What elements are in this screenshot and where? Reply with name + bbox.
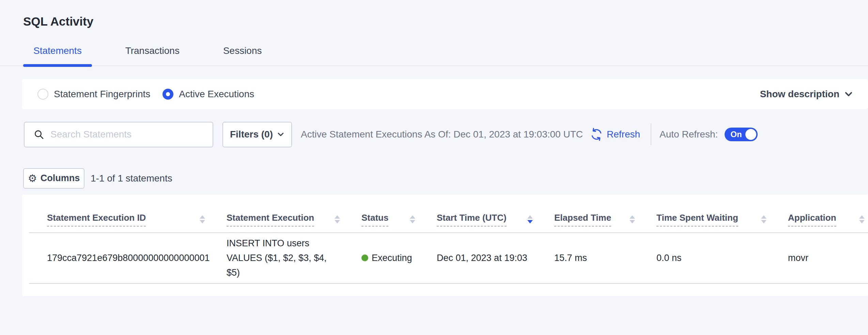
sort-down-arrow: [335, 220, 340, 223]
search-icon: [33, 129, 44, 140]
gear-icon: ⚙: [28, 173, 37, 184]
sort-icon: [200, 215, 205, 223]
cell-time-spent-waiting: 0.0 ns: [638, 233, 770, 283]
radio-selected-icon: [162, 89, 173, 100]
refresh-icon: [590, 128, 603, 141]
column-header-statement-execution-id[interactable]: Statement Execution ID: [29, 194, 208, 233]
radio-label: Statement Fingerprints: [54, 89, 150, 100]
sort-up-arrow: [527, 215, 533, 219]
column-header-start-time[interactable]: Start Time (UTC): [419, 194, 536, 233]
toggle-state-label: On: [730, 130, 742, 139]
active-tab-indicator: [23, 64, 92, 67]
cell-start-time: Dec 01, 2023 at 19:03: [419, 233, 536, 283]
table-row: 179cca7921e679b80000000000000001 INSERT …: [29, 233, 868, 283]
sql-activity-page: SQL Activity Statements Transactions Ses…: [0, 0, 868, 335]
results-count: 1-1 of 1 statements: [91, 173, 172, 184]
search-input-wrapper: [24, 122, 213, 147]
sort-down-arrow: [200, 220, 205, 223]
cell-status: Executing: [343, 233, 419, 283]
column-header-status[interactable]: Status: [343, 194, 419, 233]
sort-up-arrow: [859, 215, 865, 219]
refresh-button[interactable]: Refresh: [590, 128, 640, 141]
tab-label: Sessions: [223, 45, 262, 56]
auto-refresh-toggle[interactable]: On: [725, 128, 758, 141]
page-title: SQL Activity: [0, 0, 868, 29]
column-label: Time Spent Waiting: [656, 213, 738, 227]
sort-down-arrow: [761, 220, 766, 223]
status-label: Executing: [372, 253, 412, 263]
columns-label: Columns: [41, 173, 80, 184]
sort-icon: [335, 215, 340, 223]
sort-down-arrow: [859, 220, 865, 223]
columns-button[interactable]: ⚙ Columns: [23, 168, 84, 189]
tab-label: Statements: [33, 45, 82, 56]
sort-down-arrow: [527, 220, 533, 223]
sort-icon: [410, 215, 415, 223]
view-mode-card: Statement Fingerprints Active Executions…: [22, 79, 868, 109]
tab-transactions[interactable]: Transactions: [115, 45, 190, 65]
column-header-application[interactable]: Application: [770, 194, 868, 233]
radio-label: Active Executions: [179, 89, 254, 100]
chevron-down-icon: [844, 90, 853, 99]
controls-row: Filters (0) Active Statement Executions …: [24, 122, 868, 147]
column-label: Status: [361, 213, 388, 227]
tab-statements[interactable]: Statements: [23, 45, 92, 65]
sort-up-arrow: [761, 215, 766, 219]
statement-text: INSERT INTO users VALUES ($1, $2, $3, $4…: [227, 236, 340, 280]
show-description-toggle[interactable]: Show description: [760, 89, 853, 100]
radio-unselected-icon: [37, 89, 48, 100]
tab-label: Transactions: [125, 45, 180, 56]
sort-icon: [859, 215, 865, 223]
sort-down-arrow: [630, 220, 635, 223]
column-header-elapsed-time[interactable]: Elapsed Time: [536, 194, 638, 233]
column-header-statement-execution[interactable]: Statement Execution: [208, 194, 343, 233]
sort-down-arrow: [410, 220, 415, 223]
cell-execution-id[interactable]: 179cca7921e679b80000000000000001: [29, 233, 208, 283]
as-of-label: Active Statement Executions As Of: Dec 0…: [301, 129, 583, 140]
sort-icon: [527, 215, 533, 223]
table-toolbar: ⚙ Columns 1-1 of 1 statements: [23, 168, 868, 189]
cell-application: movr: [770, 233, 868, 283]
tab-bar: Statements Transactions Sessions: [0, 45, 868, 66]
statements-table-card: Statement Execution ID Statement Executi…: [22, 194, 868, 296]
column-label: Statement Execution: [227, 213, 314, 227]
tab-sessions[interactable]: Sessions: [213, 45, 272, 65]
sort-up-arrow: [200, 215, 205, 219]
sort-icon: [761, 215, 766, 223]
radio-active-executions[interactable]: Active Executions: [162, 89, 254, 100]
show-description-label: Show description: [760, 89, 839, 100]
vertical-divider: [651, 123, 651, 145]
sort-up-arrow: [410, 215, 415, 219]
refresh-label: Refresh: [607, 129, 640, 140]
radio-statement-fingerprints[interactable]: Statement Fingerprints: [37, 89, 150, 100]
table-header-row: Statement Execution ID Statement Executi…: [29, 194, 868, 233]
sort-icon: [630, 215, 635, 223]
column-label: Elapsed Time: [554, 213, 611, 227]
sort-up-arrow: [630, 215, 635, 219]
toggle-knob: [745, 129, 756, 140]
auto-refresh-label: Auto Refresh:: [660, 129, 718, 140]
column-label: Statement Execution ID: [47, 213, 146, 227]
chevron-down-icon: [277, 131, 284, 138]
column-label: Application: [788, 213, 836, 227]
filters-label: Filters (0): [230, 129, 273, 140]
filters-button[interactable]: Filters (0): [222, 122, 292, 147]
column-header-time-spent-waiting[interactable]: Time Spent Waiting: [638, 194, 770, 233]
search-input[interactable]: [50, 129, 200, 140]
column-label: Start Time (UTC): [437, 213, 507, 227]
cell-statement[interactable]: INSERT INTO users VALUES ($1, $2, $3, $4…: [208, 233, 343, 283]
sort-up-arrow: [335, 215, 340, 219]
cell-elapsed-time: 15.7 ms: [536, 233, 638, 283]
status-dot-icon: [361, 254, 368, 261]
statements-table: Statement Execution ID Statement Executi…: [29, 194, 868, 284]
